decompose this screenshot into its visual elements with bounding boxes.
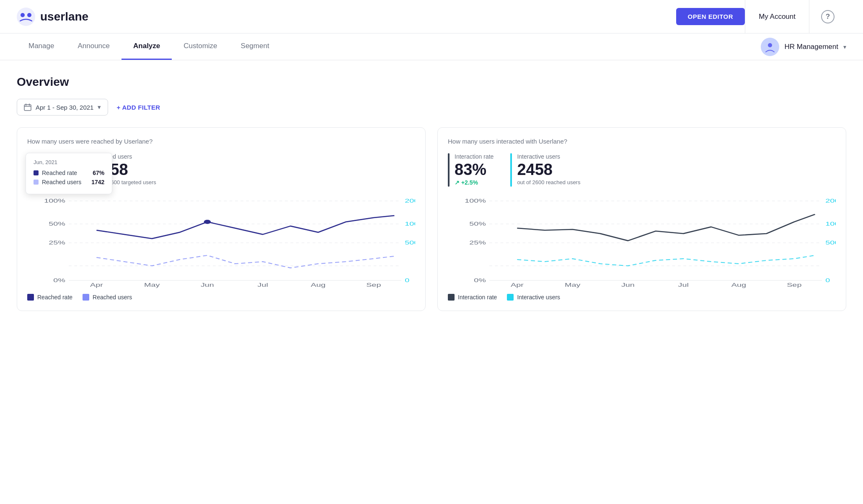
chart-right-area: 100% 50% 25% 0% 2000 1000 500 0 Apr May … — [448, 197, 836, 289]
legend-reached-rate: Reached rate — [27, 294, 72, 301]
svg-text:May: May — [144, 282, 160, 288]
svg-text:1000: 1000 — [825, 221, 836, 226]
page-title: Overview — [17, 75, 846, 89]
chart-right-title: How many users interacted with Userlane? — [448, 138, 836, 145]
metrics-row-right: Interaction rate 83% ↗ +2.5% Interactive… — [448, 153, 836, 187]
svg-text:500: 500 — [405, 240, 415, 245]
svg-point-27 — [204, 220, 211, 224]
svg-text:50%: 50% — [469, 221, 486, 226]
svg-text:Apr: Apr — [511, 282, 524, 288]
help-area[interactable]: ? — [809, 0, 846, 33]
legend-dot-users — [83, 294, 89, 301]
legend-dot-rate — [27, 294, 34, 301]
my-account-area[interactable]: My Account — [745, 0, 809, 33]
chevron-down-icon: ▾ — [843, 44, 846, 50]
interactive-users-sub: out of 2600 reached users — [517, 179, 580, 185]
svg-text:Aug: Aug — [731, 282, 746, 288]
logo-text: userlane — [40, 10, 88, 23]
tooltip-users-value: 1742 — [91, 179, 104, 185]
logo-area: userlane — [17, 8, 88, 26]
svg-text:Aug: Aug — [311, 282, 326, 288]
tooltip-dot-rate — [34, 170, 39, 175]
avatar — [761, 38, 779, 56]
header-right: OPEN EDITOR My Account ? — [676, 0, 846, 33]
legend-dot-interaction — [448, 294, 455, 301]
main-content: Overview Apr 1 - Sep 30, 2021 ▾ + ADD FI… — [0, 60, 863, 326]
chart-card-interacted: How many users interacted with Userlane?… — [437, 127, 846, 311]
svg-text:May: May — [565, 282, 581, 288]
calendar-icon — [24, 103, 31, 111]
svg-text:0%: 0% — [474, 278, 486, 283]
add-filter-button[interactable]: + ADD FILTER — [116, 104, 160, 111]
header: userlane OPEN EDITOR My Account ? — [0, 0, 863, 33]
metric-interaction-rate: Interaction rate 83% ↗ +2.5% — [448, 153, 494, 187]
tooltip-date: Jun, 2021 — [34, 159, 104, 165]
chart-card-reached: How many users were reached by Userlane?… — [17, 127, 426, 311]
legend-interaction-rate: Interaction rate — [448, 294, 497, 301]
help-icon: ? — [821, 10, 835, 23]
tooltip-dot-users — [34, 180, 39, 185]
workspace-name: HR Management — [784, 43, 838, 51]
interactive-users-label: Interactive users — [517, 153, 580, 160]
tab-analyze[interactable]: Analyze — [121, 33, 172, 60]
svg-text:0: 0 — [405, 278, 409, 283]
svg-text:500: 500 — [825, 240, 836, 245]
legend-reached-users: Reached users — [83, 294, 132, 301]
chart-right-legend: Interaction rate Interactive users — [448, 294, 836, 301]
svg-text:25%: 25% — [49, 240, 65, 245]
metric-interactive-users: Interactive users 2458 out of 2600 reach… — [510, 153, 580, 187]
svg-point-2 — [27, 13, 31, 17]
interaction-rate-value: 83% — [455, 162, 494, 177]
chart-left-legend: Reached rate Reached users — [27, 294, 415, 301]
interactive-users-value: 2458 — [517, 162, 580, 177]
svg-rect-4 — [24, 105, 31, 111]
svg-text:Jul: Jul — [258, 282, 268, 288]
svg-text:Jul: Jul — [678, 282, 689, 288]
open-editor-button[interactable]: OPEN EDITOR — [676, 8, 745, 25]
legend-dot-interactive — [507, 294, 514, 301]
workspace-selector[interactable]: HR Management ▾ — [761, 38, 846, 56]
interaction-rate-label: Interaction rate — [455, 153, 494, 160]
nav-tabs: Manage Announce Analyze Customize Segmen… — [17, 33, 281, 60]
svg-text:Sep: Sep — [787, 282, 801, 288]
chart-right-svg: 100% 50% 25% 0% 2000 1000 500 0 Apr May … — [448, 197, 836, 289]
svg-text:50%: 50% — [49, 221, 65, 226]
svg-text:2000: 2000 — [825, 198, 836, 203]
chart-left-svg: 100% 50% 25% 0% 2000 1000 500 0 Apr May … — [27, 197, 415, 289]
tab-segment[interactable]: Segment — [229, 33, 281, 60]
svg-text:Jun: Jun — [621, 282, 635, 288]
tooltip-row-rate: Reached rate 67% — [34, 170, 104, 176]
svg-point-1 — [21, 13, 25, 17]
svg-text:25%: 25% — [469, 240, 486, 245]
userlane-logo-icon — [17, 8, 35, 26]
date-filter[interactable]: Apr 1 - Sep 30, 2021 ▾ — [17, 99, 108, 116]
tab-manage[interactable]: Manage — [17, 33, 66, 60]
tooltip-row-users: Reached users 1742 — [34, 179, 104, 185]
svg-text:Jun: Jun — [201, 282, 214, 288]
svg-text:100%: 100% — [44, 198, 65, 203]
tab-announce[interactable]: Announce — [66, 33, 121, 60]
svg-text:Sep: Sep — [366, 282, 381, 288]
svg-text:Apr: Apr — [90, 282, 103, 288]
metric-border-teal-right — [510, 153, 512, 187]
metric-border-interaction — [448, 153, 450, 187]
tooltip-rate-value: 67% — [93, 170, 104, 176]
date-chevron-icon: ▾ — [98, 103, 101, 111]
main-nav: Manage Announce Analyze Customize Segmen… — [0, 33, 863, 60]
my-account-label: My Account — [759, 13, 796, 21]
chart-tooltip: Jun, 2021 Reached rate 67% Reached users… — [26, 153, 112, 194]
svg-point-0 — [17, 8, 35, 26]
chart-left-title: How many users were reached by Userlane? — [27, 138, 415, 145]
svg-text:0: 0 — [825, 278, 830, 283]
toolbar: Apr 1 - Sep 30, 2021 ▾ + ADD FILTER — [17, 99, 846, 116]
svg-text:2000: 2000 — [405, 198, 415, 203]
svg-text:1000: 1000 — [405, 221, 415, 226]
interaction-rate-trend: ↗ +2.5% — [455, 179, 494, 186]
tab-customize[interactable]: Customize — [172, 33, 229, 60]
date-range-label: Apr 1 - Sep 30, 2021 — [36, 104, 93, 111]
legend-interactive-users: Interactive users — [507, 294, 560, 301]
charts-grid: How many users were reached by Userlane?… — [17, 127, 846, 311]
svg-text:100%: 100% — [465, 198, 486, 203]
chart-left-area: 100% 50% 25% 0% 2000 1000 500 0 Apr May … — [27, 197, 415, 289]
svg-point-3 — [768, 43, 772, 47]
